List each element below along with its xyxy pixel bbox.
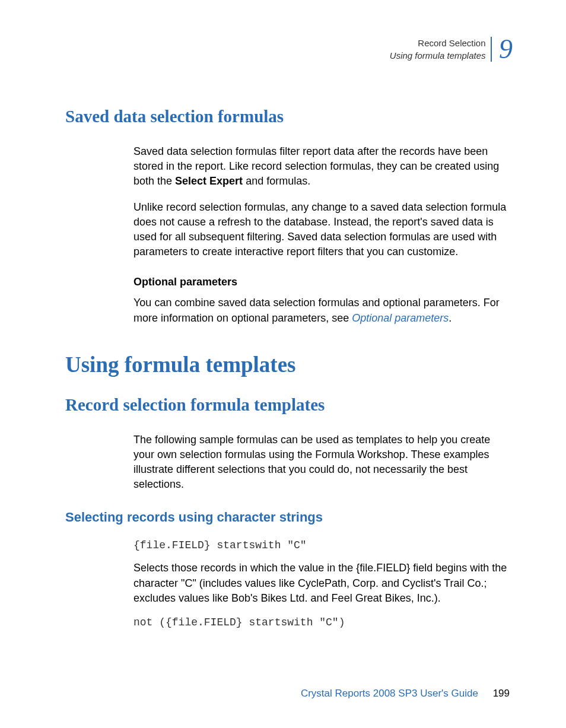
paragraph: Saved data selection formulas filter rep… [133, 144, 513, 189]
text: and formulas. [243, 175, 310, 187]
header-line1: Record Selection [418, 38, 485, 48]
subheading-optional-parameters: Optional parameters [133, 276, 513, 288]
heading-selecting-records-strings: Selecting records using character string… [65, 510, 513, 525]
code-block: {file.FIELD} startswith "C" [133, 539, 513, 551]
heading-using-formula-templates: Using formula templates [65, 352, 513, 377]
paragraph: You can combine saved data selection for… [133, 295, 513, 325]
chapter-number: 9 [499, 36, 513, 63]
page-header: Record Selection Using formula templates… [65, 36, 513, 65]
link-optional-parameters[interactable]: Optional parameters [352, 312, 449, 324]
code-block: not ({file.FIELD} startswith "C") [133, 616, 513, 628]
page-number: 199 [493, 688, 510, 699]
heading-saved-data-selection: Saved data selection formulas [65, 107, 513, 126]
paragraph: Selects those records in which the value… [133, 561, 513, 606]
paragraph: Unlike record selection formulas, any ch… [133, 200, 513, 260]
header-text: Record Selection Using formula templates [390, 37, 492, 62]
footer-title: Crystal Reports 2008 SP3 User's Guide [301, 688, 478, 699]
page-footer: Crystal Reports 2008 SP3 User's Guide 19… [301, 688, 510, 700]
heading-record-selection-templates: Record selection formula templates [65, 395, 513, 415]
paragraph: The following sample formulas can be use… [133, 433, 513, 492]
header-line2: Using formula templates [390, 50, 486, 61]
text-bold: Select Expert [175, 175, 243, 187]
text: . [449, 312, 451, 324]
